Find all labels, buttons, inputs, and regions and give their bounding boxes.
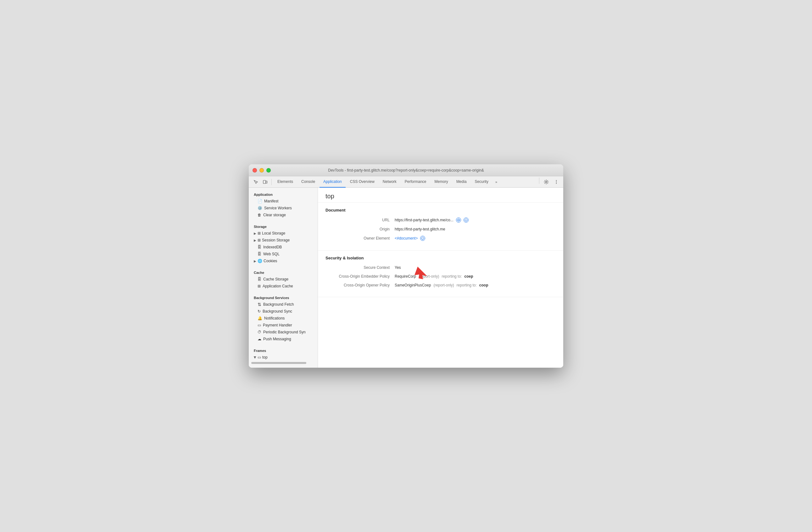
svg-point-5 <box>556 183 557 183</box>
devtools-right-icons <box>538 178 561 186</box>
cookies-icon: 🌐 <box>258 259 262 263</box>
divider-2 <box>249 264 318 268</box>
tab-console[interactable]: Console <box>298 176 319 187</box>
coop-row: Cross-Origin Opener Policy SameOriginPlu… <box>325 283 556 288</box>
more-options-icon[interactable] <box>552 178 561 186</box>
web-sql-icon: 🗄 <box>258 252 261 256</box>
sidebar-item-frames-top[interactable]: ▶ ▭ top <box>249 354 318 361</box>
manifest-icon: 📄 <box>258 199 262 204</box>
coep-label: Cross-Origin Embedder Policy <box>325 274 395 279</box>
expand-arrow-frames-top: ▶ <box>253 356 257 359</box>
svg-text:i: i <box>466 219 466 222</box>
cache-storage-icon: 🗄 <box>258 277 261 281</box>
background-sync-icon: ↻ <box>258 309 261 313</box>
frames-top-icon: ▭ <box>258 355 261 360</box>
tab-elements[interactable]: Elements <box>274 176 297 187</box>
divider-4 <box>249 342 318 346</box>
coop-label: Cross-Origin Opener Policy <box>325 283 395 288</box>
minimize-button[interactable] <box>259 168 264 172</box>
payment-handler-icon: ▭ <box>258 323 261 327</box>
tab-security[interactable]: Security <box>471 176 492 187</box>
close-button[interactable] <box>252 168 257 172</box>
local-storage-icon: ⊞ <box>258 231 261 236</box>
sidebar-item-web-sql[interactable]: 🗄 Web SQL <box>249 251 318 257</box>
url-info-icon[interactable]: i <box>464 218 468 223</box>
document-section: Document URL https://first-party-test.gl… <box>318 203 563 251</box>
owner-element-value: <#document> i <box>395 236 425 241</box>
coep-value: RequireCorp (report-only) reporting to: … <box>395 274 473 279</box>
traffic-lights <box>252 168 271 172</box>
devtools-tabs-bar: Elements Console Application CSS Overvie… <box>249 176 563 187</box>
divider-1 <box>249 219 318 222</box>
url-label: URL <box>325 218 395 222</box>
document-section-title: Document <box>325 208 556 212</box>
tab-application[interactable]: Application <box>320 176 346 187</box>
sidebar-item-cache-storage[interactable]: 🗄 Cache Storage <box>249 276 318 283</box>
application-section-title: Application <box>249 190 318 198</box>
sidebar-item-payment-handler[interactable]: ▭ Payment Handler <box>249 322 318 328</box>
background-services-section-title: Background Services <box>249 293 318 301</box>
settings-icon[interactable] <box>542 178 551 186</box>
owner-element-label: Owner Element <box>325 236 395 240</box>
more-tabs-button[interactable]: » <box>493 176 500 187</box>
sidebar-item-background-fetch[interactable]: ⇅ Background Fetch <box>249 301 318 308</box>
tab-network[interactable]: Network <box>379 176 400 187</box>
tab-css-overview[interactable]: CSS Overview <box>346 176 378 187</box>
sidebar-item-application-cache[interactable]: ⊞ Application Cache <box>249 283 318 290</box>
svg-point-4 <box>556 181 557 182</box>
sidebar-item-indexed-db[interactable]: 🗄 IndexedDB <box>249 244 318 251</box>
url-navigate-icon[interactable] <box>456 218 461 223</box>
coep-row: Cross-Origin Embedder Policy RequireCorp… <box>325 274 556 279</box>
origin-row: Origin https://first-party-test.glitch.m… <box>325 227 556 232</box>
sidebar-item-periodic-background-sync[interactable]: ⏱ Periodic Background Syn <box>249 328 318 336</box>
owner-element-link[interactable]: <#document> <box>395 236 418 240</box>
right-separator <box>539 178 539 184</box>
devtools-window: DevTools - first-party-test.glitch.me/co… <box>249 164 563 368</box>
tab-separator <box>271 179 272 185</box>
red-arrow-annotation <box>413 265 429 280</box>
sidebar-item-cookies[interactable]: ▶ 🌐 Cookies <box>249 257 318 264</box>
svg-point-2 <box>546 181 547 183</box>
cursor-icon[interactable] <box>251 178 260 186</box>
svg-rect-1 <box>266 181 267 183</box>
expand-arrow-local-storage: ▶ <box>254 232 256 235</box>
storage-section-title: Storage <box>249 222 318 230</box>
url-row: URL https://first-party-test.glitch.me/c… <box>325 218 556 223</box>
clear-storage-icon: 🗑 <box>258 213 261 217</box>
secure-context-row: Secure Context Yes <box>325 265 556 270</box>
sidebar-item-background-sync[interactable]: ↻ Background Sync <box>249 308 318 315</box>
sidebar-scrollbar[interactable] <box>251 362 306 364</box>
main-content: top Document URL https://first-party-tes… <box>318 187 563 368</box>
owner-element-info-icon[interactable]: i <box>420 236 425 241</box>
tab-media[interactable]: Media <box>452 176 470 187</box>
window-title: DevTools - first-party-test.glitch.me/co… <box>328 168 484 172</box>
indexed-db-icon: 🗄 <box>258 245 261 249</box>
svg-rect-0 <box>263 180 266 183</box>
sidebar-item-manifest[interactable]: 📄 Manifest <box>249 198 318 205</box>
coop-value: SameOriginPlusCoep (report-only) reporti… <box>395 283 488 288</box>
tab-performance[interactable]: Performance <box>401 176 430 187</box>
divider-3 <box>249 290 318 293</box>
session-storage-icon: ⊞ <box>258 238 261 242</box>
devtools-body: Application 📄 Manifest ⚙️ Service Worker… <box>249 187 563 368</box>
secure-context-label: Secure Context <box>325 265 395 270</box>
device-icon[interactable] <box>261 178 270 186</box>
frames-section-title: Frames <box>249 346 318 354</box>
titlebar: DevTools - first-party-test.glitch.me/co… <box>249 164 563 176</box>
push-messaging-icon: ☁ <box>258 337 261 341</box>
tab-memory[interactable]: Memory <box>431 176 452 187</box>
sidebar-item-notifications[interactable]: 🔔 Notifications <box>249 315 318 322</box>
origin-label: Origin <box>325 227 395 232</box>
sidebar-item-service-workers[interactable]: ⚙️ Service Workers <box>249 205 318 212</box>
notifications-icon: 🔔 <box>258 316 262 320</box>
sidebar-item-session-storage[interactable]: ▶ ⊞ Session Storage <box>249 237 318 244</box>
application-cache-icon: ⊞ <box>258 284 261 288</box>
background-fetch-icon: ⇅ <box>258 302 261 307</box>
svg-point-3 <box>556 180 557 181</box>
sidebar-item-push-messaging[interactable]: ☁ Push Messaging <box>249 336 318 342</box>
sidebar-item-local-storage[interactable]: ▶ ⊞ Local Storage <box>249 230 318 237</box>
maximize-button[interactable] <box>266 168 271 172</box>
sidebar-item-clear-storage[interactable]: 🗑 Clear storage <box>249 212 318 219</box>
expand-arrow-session-storage: ▶ <box>254 239 256 242</box>
sidebar: Application 📄 Manifest ⚙️ Service Worker… <box>249 187 318 368</box>
